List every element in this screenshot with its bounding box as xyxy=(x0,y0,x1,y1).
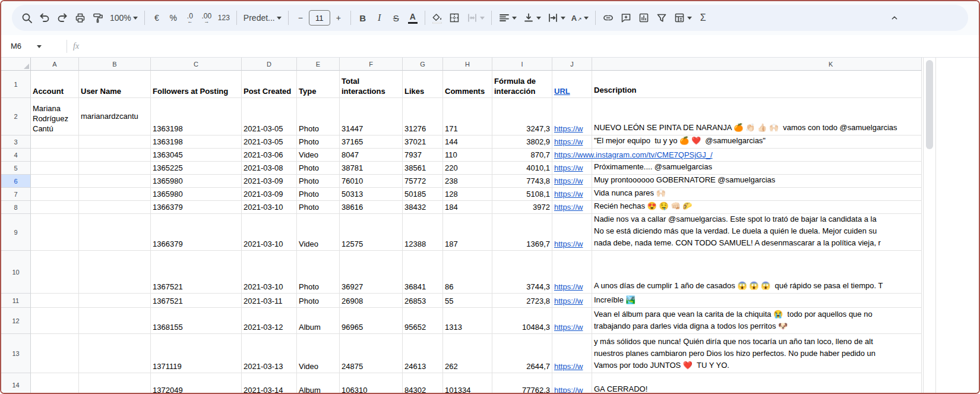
cell-F13[interactable]: 24875 xyxy=(340,334,403,373)
cell-C9[interactable]: 1366379 xyxy=(151,214,242,251)
cell-D8[interactable]: 2021-03-10 xyxy=(242,201,297,214)
cell-B7[interactable] xyxy=(79,188,151,201)
cell-H8[interactable]: 184 xyxy=(443,201,492,214)
cell-B1[interactable]: User Name xyxy=(79,71,151,98)
row-header-7[interactable]: 7 xyxy=(1,188,31,201)
column-header-D[interactable]: D xyxy=(242,58,297,71)
cell-K3[interactable]: "El mejor equipo tu y yo 🍊 ❤️ @samuelgar… xyxy=(592,135,922,149)
row-header-3[interactable]: 3 xyxy=(1,135,31,149)
cell-D1[interactable]: Post Created xyxy=(242,71,297,98)
cell-D5[interactable]: 2021-03-08 xyxy=(242,162,297,175)
cell-H7[interactable]: 128 xyxy=(443,188,492,201)
select-all-corner[interactable] xyxy=(1,58,31,71)
column-header-A[interactable]: A xyxy=(31,58,79,71)
cell-J12[interactable]: https://w xyxy=(552,308,592,334)
cell-K6[interactable]: Muy prontoooooo GOBERNATORE @samuelgarci… xyxy=(592,175,922,188)
cell-H1[interactable]: Comments xyxy=(443,71,492,98)
cell-C4[interactable]: 1363045 xyxy=(151,149,242,162)
cell-E8[interactable]: Photo xyxy=(297,201,340,214)
cell-K9[interactable]: Nadie nos va a callar @samuelgarcias. Es… xyxy=(592,214,922,251)
cell-C1[interactable]: Followers at Posting xyxy=(151,71,242,98)
cell-I14[interactable]: 77762,3 xyxy=(492,373,552,393)
cell-I7[interactable]: 5108,1 xyxy=(492,188,552,201)
more-number-formats-button[interactable]: 123 xyxy=(215,9,233,27)
cell-I1[interactable]: Fórmula de interacción xyxy=(492,71,552,98)
cell-I8[interactable]: 3972 xyxy=(492,201,552,214)
strikethrough-button[interactable]: S xyxy=(388,9,404,27)
column-header-I[interactable]: I xyxy=(492,58,552,71)
cell-I9[interactable]: 1369,7 xyxy=(492,214,552,251)
cell-A9[interactable] xyxy=(31,214,79,251)
cell-A10[interactable] xyxy=(31,251,79,294)
cell-C7[interactable]: 1365980 xyxy=(151,188,242,201)
cell-A5[interactable] xyxy=(31,162,79,175)
cell-A4[interactable] xyxy=(31,149,79,162)
cell-K14[interactable]: GA CERRADO! xyxy=(592,373,922,393)
cell-E13[interactable]: Video xyxy=(297,334,340,373)
cell-E10[interactable]: Photo xyxy=(297,251,340,294)
insert-chart-button[interactable] xyxy=(635,9,653,27)
fill-color-button[interactable] xyxy=(429,9,445,27)
cell-E9[interactable]: Video xyxy=(297,214,340,251)
cell-E4[interactable]: Video xyxy=(297,149,340,162)
cell-B10[interactable] xyxy=(79,251,151,294)
text-wrap-button[interactable] xyxy=(544,9,568,27)
zoom-select[interactable]: 100% xyxy=(107,9,141,27)
column-header-C[interactable]: C xyxy=(151,58,242,71)
cell-E7[interactable]: Photo xyxy=(297,188,340,201)
cell-B5[interactable] xyxy=(79,162,151,175)
cell-D4[interactable]: 2021-03-06 xyxy=(242,149,297,162)
merge-cells-button[interactable] xyxy=(463,9,488,27)
cell-J8[interactable]: https://w xyxy=(552,201,592,214)
format-currency-button[interactable]: € xyxy=(148,9,165,27)
cell-J4[interactable]: https://www.instagram.com/tv/CME7QPSjGJ_… xyxy=(552,149,592,162)
cell-B12[interactable] xyxy=(79,308,151,334)
cell-E3[interactable]: Photo xyxy=(297,135,340,149)
cell-D6[interactable]: 2021-03-09 xyxy=(242,175,297,188)
row-header-11[interactable]: 11 xyxy=(1,294,31,308)
cell-J5[interactable]: https://w xyxy=(552,162,592,175)
cell-K8[interactable]: Recién hechas 😍 🤤 👊🏻 🌮 xyxy=(592,201,922,214)
cell-F7[interactable]: 50313 xyxy=(340,188,403,201)
format-percent-button[interactable]: % xyxy=(165,9,182,27)
cell-D11[interactable]: 2021-03-11 xyxy=(242,294,297,308)
cell-D2[interactable]: 2021-03-05 xyxy=(242,98,297,135)
cell-G3[interactable]: 37021 xyxy=(403,135,443,149)
cell-A12[interactable] xyxy=(31,308,79,334)
row-header-12[interactable]: 12 xyxy=(1,308,31,334)
insert-comment-button[interactable] xyxy=(617,9,635,27)
cell-F5[interactable]: 38781 xyxy=(340,162,403,175)
cell-F11[interactable]: 26908 xyxy=(340,294,403,308)
font-select[interactable]: Predet... xyxy=(241,9,284,27)
cell-D10[interactable]: 2021-03-10 xyxy=(242,251,297,294)
cell-G12[interactable]: 95652 xyxy=(403,308,443,334)
font-size-input[interactable]: 11 xyxy=(309,10,330,26)
cell-G1[interactable]: Likes xyxy=(403,71,443,98)
table-views-button[interactable] xyxy=(671,9,695,27)
cell-J6[interactable]: https://w xyxy=(552,175,592,188)
cell-B14[interactable] xyxy=(79,373,151,393)
cell-B6[interactable] xyxy=(79,175,151,188)
cell-H11[interactable]: 55 xyxy=(443,294,492,308)
cell-A3[interactable] xyxy=(31,135,79,149)
cell-G13[interactable]: 24613 xyxy=(403,334,443,373)
cell-E12[interactable]: Album xyxy=(297,308,340,334)
cell-B2[interactable]: marianardzcantu xyxy=(79,98,151,135)
cell-I13[interactable]: 2644,7 xyxy=(492,334,552,373)
cell-F1[interactable]: Total interactions xyxy=(340,71,403,98)
row-header-8[interactable]: 8 xyxy=(1,201,31,214)
cell-J9[interactable]: https://w xyxy=(552,214,592,251)
functions-button[interactable]: Σ xyxy=(695,9,712,27)
cell-E2[interactable]: Photo xyxy=(297,98,340,135)
cell-D3[interactable]: 2021-03-05 xyxy=(242,135,297,149)
italic-button[interactable]: I xyxy=(371,9,388,27)
cell-K12[interactable]: Vean el álbum para que vean la carita de… xyxy=(592,308,922,334)
cell-C2[interactable]: 1363198 xyxy=(151,98,242,135)
cell-I6[interactable]: 7743,8 xyxy=(492,175,552,188)
cell-A14[interactable] xyxy=(31,373,79,393)
cell-K13[interactable]: y más sólidos que nunca! Quién diría que… xyxy=(592,334,922,373)
increase-decimal-button[interactable]: .00 → xyxy=(198,9,215,27)
column-header-E[interactable]: E xyxy=(297,58,340,71)
cell-G14[interactable]: 84302 xyxy=(403,373,443,393)
row-header-2[interactable]: 2 xyxy=(1,98,31,135)
